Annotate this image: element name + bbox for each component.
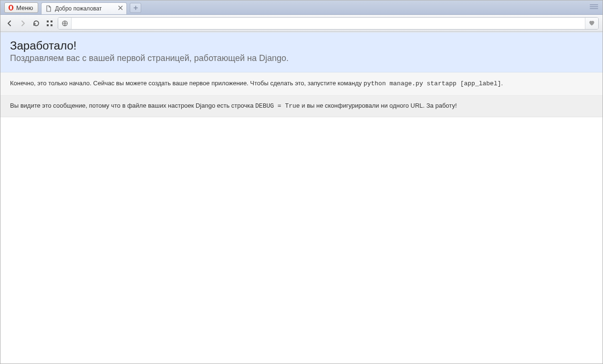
opera-menu-button[interactable]: Меню bbox=[4, 2, 38, 13]
panel-toggle-icon[interactable] bbox=[589, 3, 599, 10]
reload-icon bbox=[32, 20, 40, 27]
svg-rect-3 bbox=[51, 20, 52, 22]
explanation-text-pre: Вы видите это сообщение, потому что в фа… bbox=[10, 102, 255, 109]
back-button[interactable] bbox=[4, 18, 15, 29]
forward-button[interactable] bbox=[18, 18, 28, 29]
reload-button[interactable] bbox=[31, 18, 42, 29]
address-input[interactable] bbox=[72, 18, 585, 29]
site-info-button[interactable] bbox=[58, 18, 72, 29]
welcome-banner: Заработало! Поздравляем вас с вашей перв… bbox=[0, 32, 603, 72]
svg-rect-4 bbox=[47, 24, 49, 26]
page-heading: Заработало! bbox=[10, 39, 593, 52]
tab-strip: Меню Добро пожаловат bbox=[0, 0, 603, 15]
grid-icon bbox=[46, 20, 53, 27]
globe-icon bbox=[62, 20, 68, 27]
svg-rect-5 bbox=[51, 24, 52, 26]
instructions-block: Конечно, это только начало. Сейчас вы мо… bbox=[0, 72, 603, 96]
instructions-text-post: . bbox=[501, 80, 503, 87]
arrow-right-icon bbox=[19, 20, 27, 27]
address-bar bbox=[58, 17, 599, 30]
explanation-code: DEBUG = True bbox=[255, 102, 300, 110]
opera-menu-label: Меню bbox=[16, 4, 33, 11]
page-subheading: Поздравляем вас с вашей первой страницей… bbox=[10, 53, 593, 63]
svg-point-1 bbox=[10, 6, 12, 10]
opera-icon bbox=[8, 4, 14, 11]
arrow-left-icon bbox=[6, 20, 13, 27]
tab-close-icon[interactable] bbox=[117, 5, 124, 12]
page-viewport: Заработало! Поздравляем вас с вашей перв… bbox=[0, 32, 603, 364]
instructions-text-pre: Конечно, это только начало. Сейчас вы мо… bbox=[10, 80, 364, 87]
tab-title: Добро пожаловат bbox=[55, 5, 115, 12]
bookmark-button[interactable] bbox=[585, 18, 598, 29]
explanation-block: Вы видите это сообщение, потому что в фа… bbox=[0, 96, 603, 117]
speed-dial-button[interactable] bbox=[44, 18, 55, 29]
document-icon bbox=[45, 5, 52, 12]
svg-rect-2 bbox=[47, 20, 49, 22]
instructions-command: python manage.py startapp [app_label] bbox=[364, 80, 501, 87]
heart-icon bbox=[588, 20, 595, 27]
explanation-text-post: и вы не сконфигурировали ни одного URL. … bbox=[300, 102, 457, 109]
toolbar bbox=[0, 15, 603, 32]
new-tab-button[interactable] bbox=[130, 3, 141, 13]
plus-icon bbox=[133, 5, 138, 10]
tab-active[interactable]: Добро пожаловат bbox=[41, 2, 127, 14]
